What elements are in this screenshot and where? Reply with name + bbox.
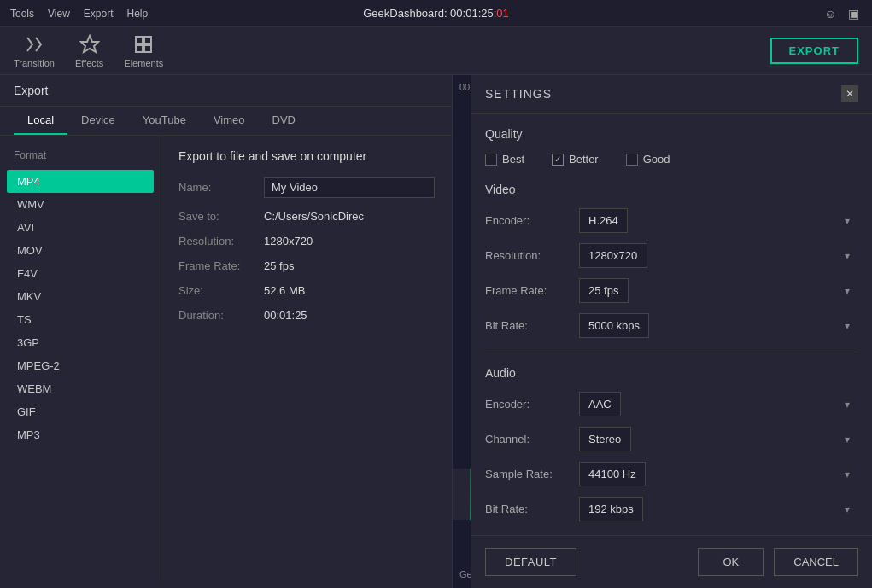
quality-better-checkbox[interactable]: ✓ — [552, 154, 564, 166]
audio-bitrate-select[interactable]: 192 kbps — [579, 497, 643, 521]
video-encoder-label: Encoder: — [485, 214, 579, 227]
audio-samplerate-label: Sample Rate: — [485, 468, 579, 480]
duration-row: Duration: 00:01:25 — [178, 309, 435, 322]
audio-bitrate-label: Bit Rate: — [485, 503, 579, 515]
resolution-value: 1280x720 — [264, 235, 313, 247]
video-resolution-wrapper: 1280x720 — [579, 243, 858, 268]
quality-best[interactable]: Best — [485, 153, 524, 166]
settings-body: Quality Best ✓ Better Good — [471, 114, 872, 535]
settings-footer: DEFAULT OK CANCEL — [471, 535, 872, 588]
saveto-row: Save to: C:/Users/SonicDirec — [178, 210, 435, 223]
effects-icon — [79, 34, 100, 55]
audio-samplerate-wrapper: 44100 Hz — [579, 462, 858, 486]
settings-panel: SETTINGS ✕ Quality Best ✓ Better — [471, 75, 872, 588]
elements-icon — [133, 34, 154, 55]
tab-vimeo[interactable]: Vimeo — [200, 107, 259, 135]
tab-device[interactable]: Device — [67, 107, 129, 135]
duration-value: 00:01:25 — [264, 309, 307, 322]
audio-channel-select[interactable]: Stereo — [579, 427, 631, 451]
menu-export[interactable]: Export — [84, 8, 114, 20]
audio-bitrate-row: Bit Rate: 192 kbps — [485, 497, 858, 521]
format-mp4[interactable]: MP4 — [7, 170, 154, 193]
format-avi[interactable]: AVI — [7, 216, 154, 239]
ok-button[interactable]: OK — [698, 548, 764, 576]
settings-header: SETTINGS ✕ — [471, 75, 872, 114]
menu-help[interactable]: Help — [127, 8, 149, 20]
default-button[interactable]: DEFAULT — [485, 548, 576, 576]
quality-best-checkbox[interactable] — [485, 154, 497, 166]
tab-youtube[interactable]: YouTube — [129, 107, 200, 135]
duration-label: Duration: — [178, 309, 264, 322]
svg-marker-0 — [81, 36, 98, 52]
audio-channel-row: Channel: Stereo — [485, 427, 858, 451]
video-resolution-select[interactable]: 1280x720 — [579, 243, 647, 268]
cancel-button[interactable]: CANCEL — [774, 548, 858, 576]
audio-bitrate-wrapper: 192 kbps — [579, 497, 858, 521]
menu-bar: Tools View Export Help — [10, 8, 148, 20]
framerate-value: 25 fps — [264, 259, 294, 272]
export-panel-header: Export — [0, 75, 452, 107]
format-wmv[interactable]: WMV — [7, 193, 154, 216]
title-bar: Tools View Export Help GeekDashboard: 00… — [0, 0, 872, 27]
name-row: Name: — [178, 177, 435, 198]
audio-encoder-label: Encoder: — [485, 398, 579, 410]
quality-best-label: Best — [502, 153, 524, 166]
video-resolution-label: Resolution: — [485, 249, 579, 262]
format-mov[interactable]: MOV — [7, 239, 154, 262]
tab-local[interactable]: Local — [14, 107, 67, 135]
export-details: Export to file and save on computer Name… — [161, 136, 452, 580]
format-f4v[interactable]: F4V — [7, 262, 154, 285]
menu-view[interactable]: View — [48, 8, 70, 20]
resolution-row: Resolution: 1280x720 — [178, 235, 435, 247]
tab-dvd[interactable]: DVD — [259, 107, 309, 135]
title-bar-actions: ☺ ▣ — [824, 7, 862, 20]
quality-better[interactable]: ✓ Better — [552, 153, 599, 166]
format-ts[interactable]: TS — [7, 308, 154, 331]
app-title: GeekDashboard: 00:01:25:01 — [363, 7, 509, 20]
toolbar-elements[interactable]: Elements — [124, 34, 163, 68]
name-input[interactable] — [264, 177, 435, 198]
main-area: Export Local Device YouTube Vimeo DVD Fo… — [0, 75, 872, 588]
format-mp3[interactable]: MP3 — [7, 423, 154, 446]
quality-good[interactable]: Good — [626, 153, 670, 166]
quality-good-label: Good — [643, 153, 670, 166]
settings-close-button[interactable]: ✕ — [841, 85, 858, 102]
quality-title: Quality — [485, 127, 858, 141]
format-mpeg2[interactable]: MPEG-2 — [7, 354, 154, 377]
video-resolution-row: Resolution: 1280x720 — [485, 243, 858, 268]
framerate-row: Frame Rate: 25 fps — [178, 259, 435, 272]
window-icon[interactable]: ▣ — [848, 7, 862, 20]
video-encoder-row: Encoder: H.264 — [485, 208, 858, 233]
format-mkv[interactable]: MKV — [7, 285, 154, 308]
size-row: Size: 52.6 MB — [178, 284, 435, 297]
export-button[interactable]: EXPORT — [770, 38, 858, 64]
export-tabs: Local Device YouTube Vimeo DVD — [0, 107, 452, 136]
settings-title: SETTINGS — [485, 87, 552, 101]
saveto-value: C:/Users/SonicDirec — [264, 210, 364, 223]
video-bitrate-select[interactable]: 5000 kbps — [579, 313, 649, 338]
section-divider — [485, 352, 858, 352]
format-gif[interactable]: GIF — [7, 400, 154, 423]
format-3gp[interactable]: 3GP — [7, 331, 154, 354]
export-panel: Export Local Device YouTube Vimeo DVD Fo… — [0, 75, 453, 588]
size-value: 52.6 MB — [264, 284, 305, 297]
user-icon[interactable]: ☺ — [824, 7, 838, 20]
resolution-label: Resolution: — [178, 235, 264, 247]
export-details-title: Export to file and save on computer — [178, 149, 435, 163]
video-bitrate-label: Bit Rate: — [485, 319, 579, 332]
video-framerate-row: Frame Rate: 25 fps — [485, 278, 858, 303]
toolbar-transition[interactable]: Transition — [14, 34, 55, 68]
menu-tools[interactable]: Tools — [10, 8, 34, 20]
svg-rect-3 — [136, 45, 143, 52]
audio-samplerate-select[interactable]: 44100 Hz — [579, 462, 646, 486]
quality-good-checkbox[interactable] — [626, 154, 638, 166]
format-title: Format — [7, 146, 154, 165]
video-framerate-select[interactable]: 25 fps — [579, 278, 629, 303]
audio-encoder-select[interactable]: AAC — [579, 392, 621, 416]
video-encoder-select[interactable]: H.264 — [579, 208, 628, 233]
toolbar-effects[interactable]: Effects — [75, 34, 103, 68]
quality-row: Best ✓ Better Good — [485, 153, 858, 166]
format-list: Format MP4 WMV AVI MOV F4V MKV TS 3GP MP… — [0, 136, 161, 580]
svg-rect-1 — [136, 37, 143, 44]
format-webm[interactable]: WEBM — [7, 377, 154, 400]
